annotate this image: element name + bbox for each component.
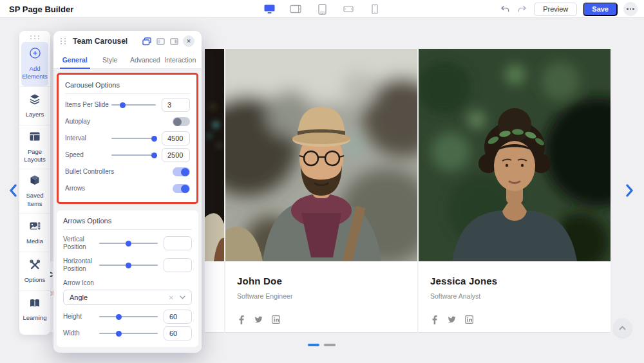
items-per-slide-input[interactable] <box>162 98 190 112</box>
arrows-options-section: Arrows Options Vertical Position Horizon… <box>57 210 198 347</box>
bullet-active[interactable] <box>308 344 319 346</box>
toolbar-actions: Preview Save <box>499 0 638 18</box>
arrows-row: Arrows <box>65 180 190 197</box>
social-links <box>237 315 417 324</box>
horizontal-position-input[interactable] <box>164 258 192 272</box>
speed-row: Speed <box>65 147 190 163</box>
tools-icon <box>29 259 41 273</box>
panel-drag-handle[interactable] <box>61 38 67 44</box>
member-role: Software Engineer <box>237 292 417 300</box>
chevron-down-icon <box>180 294 185 301</box>
section-title: Carousel Options <box>65 79 190 94</box>
page-layout-icon <box>29 131 41 145</box>
width-row: Width <box>63 325 192 342</box>
tab-style[interactable]: Style <box>93 51 128 68</box>
interval-row: Interval <box>65 130 190 147</box>
height-input[interactable] <box>164 310 192 324</box>
vertical-position-row: Vertical Position <box>63 232 192 254</box>
interval-input[interactable] <box>162 131 190 145</box>
width-slider[interactable] <box>99 333 158 334</box>
arrow-icon-value: Angle <box>70 293 88 301</box>
carousel-options-section: Carousel Options Items Per Slide Autopla… <box>57 73 198 204</box>
speed-slider[interactable] <box>111 154 156 156</box>
save-button[interactable]: Save <box>583 3 618 16</box>
bullet-controllers-toggle[interactable] <box>173 167 190 176</box>
dock-left-icon[interactable] <box>156 37 165 46</box>
items-per-slide-slider[interactable] <box>111 104 156 106</box>
phone-landscape-icon[interactable] <box>342 3 355 15</box>
height-row: Height <box>63 308 192 325</box>
sidebar-item-add-elements[interactable]: Add Elements <box>21 42 48 86</box>
device-switcher <box>263 0 381 18</box>
interval-slider[interactable] <box>111 138 156 139</box>
undo-icon[interactable] <box>499 4 511 14</box>
twitter-icon[interactable] <box>254 315 263 324</box>
section-title: Arrows Options <box>63 214 192 230</box>
member-card-jessica-jones: Jessica Jones Software Analyst <box>419 261 611 332</box>
more-options-button[interactable] <box>623 2 638 16</box>
facebook-icon[interactable] <box>430 315 439 324</box>
vertical-position-slider[interactable] <box>99 243 158 244</box>
linkedin-icon[interactable] <box>272 315 280 324</box>
member-name: Jessica Jones <box>430 275 611 286</box>
carousel-bullets <box>308 344 336 346</box>
panel-tabs: General Style Advanced Interaction <box>53 51 202 69</box>
sidebar-item-page-layouts[interactable]: Page Layouts <box>19 125 50 169</box>
autoplay-toggle[interactable] <box>173 117 190 126</box>
layers-icon <box>29 93 41 107</box>
height-slider[interactable] <box>99 316 158 317</box>
sidebar-drag-handle[interactable] <box>19 31 50 42</box>
member-card-john-doe: John Doe Software Engineer <box>225 261 417 332</box>
scroll-to-top-button[interactable] <box>613 319 632 337</box>
book-icon <box>29 298 41 311</box>
previous-slide-card <box>205 261 224 332</box>
arrows-toggle[interactable] <box>173 184 190 193</box>
member-role: Software Analyst <box>430 292 611 300</box>
member-photo-jessica-jones <box>419 49 611 261</box>
tablet-landscape-icon[interactable] <box>289 3 302 15</box>
carousel-next-arrow-icon[interactable] <box>625 184 637 197</box>
app-title: SP Page Builder <box>9 5 73 14</box>
tablet-portrait-icon[interactable] <box>316 3 328 15</box>
width-input[interactable] <box>164 326 192 340</box>
tab-advanced[interactable]: Advanced <box>128 51 163 68</box>
dock-right-icon[interactable] <box>169 37 178 46</box>
member-name: John Doe <box>237 275 417 286</box>
cube-icon <box>29 174 41 189</box>
member-photo-john-doe <box>225 49 417 261</box>
element-settings-panel: Team Carousel ✕ General Style Advanced I… <box>53 31 202 353</box>
facebook-icon[interactable] <box>237 315 245 324</box>
items-per-slide-row: Items Per Slide <box>65 97 190 113</box>
builder-sidebar: Add Elements Layers Page Layouts Saved I… <box>19 31 50 335</box>
panel-title: Team Carousel <box>73 37 128 46</box>
social-links <box>430 315 611 324</box>
plus-circle-icon <box>29 47 41 62</box>
sidebar-item-options[interactable]: Options <box>19 252 50 290</box>
close-icon[interactable]: ✕ <box>183 35 194 47</box>
sidebar-item-layers[interactable]: Layers <box>19 86 50 125</box>
clear-icon[interactable]: ✕ <box>169 294 174 301</box>
bullet-inactive[interactable] <box>324 344 336 346</box>
sidebar-item-media[interactable]: Media <box>19 213 50 252</box>
twitter-icon[interactable] <box>448 315 456 324</box>
carousel-prev-arrow-icon[interactable] <box>8 184 20 197</box>
vertical-position-input[interactable] <box>164 236 192 250</box>
preview-button[interactable]: Preview <box>534 3 577 16</box>
top-toolbar: SP Page Builder <box>0 0 644 18</box>
arrow-icon-select[interactable]: Angle ✕ <box>63 290 192 305</box>
tab-interaction[interactable]: Interaction <box>163 51 198 68</box>
panel-body: Carousel Options Items Per Slide Autopla… <box>53 69 202 353</box>
desktop-icon[interactable] <box>263 3 276 15</box>
panel-header: Team Carousel ✕ <box>53 31 202 51</box>
sidebar-item-saved-items[interactable]: Saved Items <box>19 169 50 213</box>
linkedin-icon[interactable] <box>465 315 473 324</box>
sidebar-item-learning[interactable]: Learning <box>19 290 50 329</box>
phone-portrait-icon[interactable] <box>368 3 381 15</box>
redo-icon[interactable] <box>516 4 528 14</box>
previous-slide-photo <box>205 49 224 261</box>
duplicate-icon[interactable] <box>142 37 151 46</box>
autoplay-row: Autoplay <box>65 113 190 130</box>
horizontal-position-slider[interactable] <box>99 265 158 266</box>
tab-general[interactable]: General <box>57 51 93 68</box>
speed-input[interactable] <box>162 148 190 162</box>
